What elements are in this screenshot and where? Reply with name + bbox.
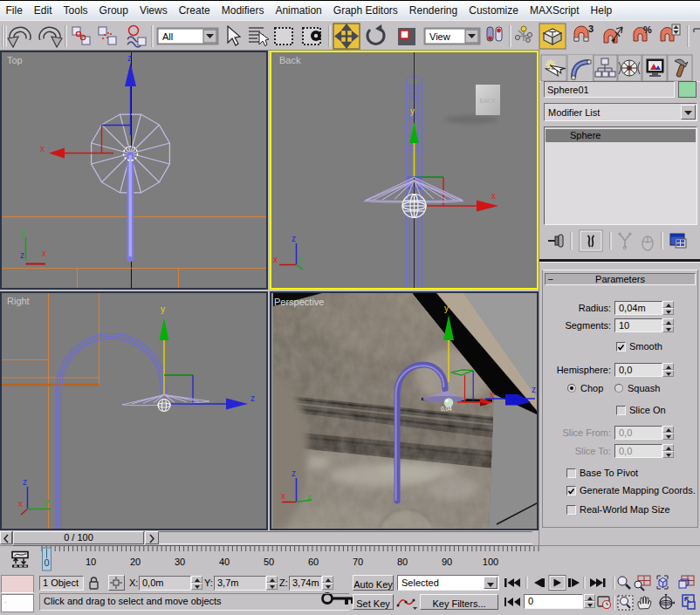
svg-text:70: 70 — [353, 557, 363, 567]
svg-text:z: z — [532, 385, 536, 394]
svg-text:z: z — [292, 234, 296, 243]
svg-text:%: % — [643, 24, 652, 35]
svg-text:60: 60 — [308, 557, 319, 567]
svg-text:90: 90 — [442, 557, 452, 567]
svg-text:BACK: BACK — [479, 98, 496, 104]
svg-text:Right: Right — [7, 296, 30, 306]
svg-text:x: x — [42, 249, 46, 258]
svg-text:z: z — [23, 477, 27, 487]
svg-text:x: x — [18, 499, 23, 509]
svg-text:Back: Back — [279, 55, 301, 65]
svg-text:100: 100 — [483, 557, 498, 567]
svg-text:20: 20 — [130, 557, 141, 567]
svg-text:y: y — [45, 497, 49, 507]
svg-text:y: y — [299, 255, 303, 264]
svg-text:y: y — [410, 106, 415, 116]
svg-text:x: x — [273, 255, 278, 264]
svg-text:z: z — [127, 53, 132, 63]
svg-text:10: 10 — [86, 557, 96, 567]
svg-text:0: 0 — [44, 557, 49, 568]
svg-text:x: x — [40, 144, 45, 154]
svg-text:40: 40 — [219, 557, 230, 567]
svg-text:30: 30 — [175, 557, 185, 567]
svg-text:80: 80 — [397, 557, 408, 567]
svg-text:y: y — [161, 304, 165, 314]
svg-text:Top: Top — [7, 55, 23, 65]
svg-text:3: 3 — [588, 24, 594, 34]
svg-text:Perspective: Perspective — [274, 297, 324, 307]
svg-text:0,04: 0,04 — [441, 406, 452, 412]
svg-text:y: y — [21, 228, 25, 237]
svg-text:z: z — [20, 250, 24, 260]
svg-text:x: x — [281, 491, 285, 501]
svg-text:View: View — [429, 31, 450, 42]
svg-text:y: y — [444, 304, 449, 313]
svg-text:All: All — [162, 31, 173, 42]
svg-text:x: x — [491, 191, 496, 201]
svg-text:z: z — [250, 393, 255, 403]
svg-text:50: 50 — [264, 557, 274, 567]
svg-text:z: z — [292, 468, 296, 478]
